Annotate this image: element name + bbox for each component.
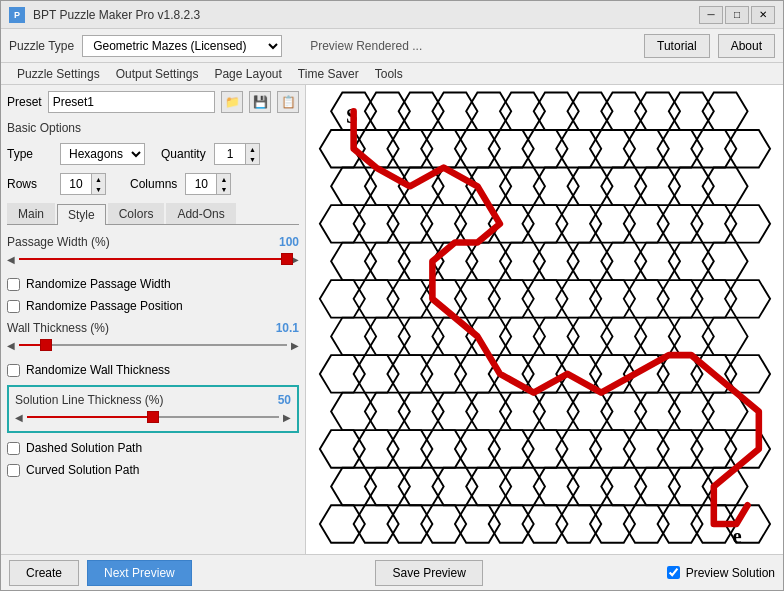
window-controls: ─ □ ✕ xyxy=(699,6,775,24)
puzzle-type-label: Puzzle Type xyxy=(9,39,74,53)
passage-width-track: ◀ ▶ xyxy=(7,251,299,267)
passage-width-section: Passage Width (%) 100 ◀ ▶ xyxy=(7,235,299,267)
solution-line-label: Solution Line Thickness (%) xyxy=(15,393,164,407)
solution-line-thumb[interactable] xyxy=(147,411,159,423)
curved-solution-label: Curved Solution Path xyxy=(26,463,139,477)
curved-solution-row: Curved Solution Path xyxy=(7,463,299,477)
main-content: Preset 📁 💾 📋 Basic Options Type Hexagons… xyxy=(1,85,783,554)
basic-options-label: Basic Options xyxy=(7,121,299,135)
quantity-spinbox: ▲ ▼ xyxy=(214,143,260,165)
rows-spinbox: ▲ ▼ xyxy=(60,173,106,195)
solution-line-section: Solution Line Thickness (%) 50 ◀ ▶ xyxy=(7,385,299,433)
save-preview-button[interactable]: Save Preview xyxy=(375,560,482,586)
wall-thickness-slider[interactable] xyxy=(19,337,287,353)
close-button[interactable]: ✕ xyxy=(751,6,775,24)
menu-puzzle-settings[interactable]: Puzzle Settings xyxy=(9,65,108,83)
solution-line-value: 50 xyxy=(278,393,291,407)
wall-thickness-thumb[interactable] xyxy=(40,339,52,351)
main-window: P BPT Puzzle Maker Pro v1.8.2.3 ─ □ ✕ Pu… xyxy=(0,0,784,591)
rows-up-button[interactable]: ▲ xyxy=(91,174,105,184)
tabs-row: Main Style Colors Add-Ons xyxy=(7,203,299,225)
window-title: BPT Puzzle Maker Pro v1.8.2.3 xyxy=(33,8,691,22)
toolbar: Puzzle Type Geometric Mazes (Licensed) P… xyxy=(1,29,783,63)
title-bar: P BPT Puzzle Maker Pro v1.8.2.3 ─ □ ✕ xyxy=(1,1,783,29)
solution-line-left-arrow[interactable]: ◀ xyxy=(15,412,23,423)
passage-width-left-arrow[interactable]: ◀ xyxy=(7,254,15,265)
passage-width-fill xyxy=(19,258,287,260)
passage-width-label: Passage Width (%) xyxy=(7,235,110,249)
passage-width-slider[interactable] xyxy=(19,251,287,267)
wall-thickness-right-arrow[interactable]: ▶ xyxy=(291,340,299,351)
dashed-solution-checkbox[interactable] xyxy=(7,442,20,455)
solution-line-slider[interactable] xyxy=(27,409,279,425)
preview-solution-row: Preview Solution xyxy=(667,566,775,580)
preset-label: Preset xyxy=(7,95,42,109)
columns-up-button[interactable]: ▲ xyxy=(216,174,230,184)
preview-solution-checkbox[interactable] xyxy=(667,566,680,579)
quantity-up-button[interactable]: ▲ xyxy=(245,144,259,154)
randomize-wall-thickness-label: Randomize Wall Thickness xyxy=(26,363,170,377)
menu-time-saver[interactable]: Time Saver xyxy=(290,65,367,83)
passage-width-value: 100 xyxy=(279,235,299,249)
menu-bar: Puzzle Settings Output Settings Page Lay… xyxy=(1,63,783,85)
columns-input[interactable] xyxy=(186,174,216,194)
randomize-passage-width-label: Randomize Passage Width xyxy=(26,277,171,291)
rows-label: Rows xyxy=(7,177,52,191)
randomize-wall-thickness-checkbox[interactable] xyxy=(7,364,20,377)
randomize-wall-thickness-row: Randomize Wall Thickness xyxy=(7,363,299,377)
end-label: e xyxy=(733,525,742,547)
menu-page-layout[interactable]: Page Layout xyxy=(206,65,289,83)
wall-thickness-section: Wall Thickness (%) 10.1 ◀ ▶ xyxy=(7,321,299,353)
create-button[interactable]: Create xyxy=(9,560,79,586)
about-button[interactable]: About xyxy=(718,34,775,58)
puzzle-type-select[interactable]: Geometric Mazes (Licensed) xyxy=(82,35,282,57)
wall-thickness-left-arrow[interactable]: ◀ xyxy=(7,340,15,351)
menu-tools[interactable]: Tools xyxy=(367,65,411,83)
randomize-passage-position-checkbox[interactable] xyxy=(7,300,20,313)
minimize-button[interactable]: ─ xyxy=(699,6,723,24)
randomize-passage-position-label: Randomize Passage Position xyxy=(26,299,183,313)
maze-preview-panel: S e xyxy=(306,85,783,554)
columns-label: Columns xyxy=(130,177,177,191)
preset-input[interactable] xyxy=(48,91,215,113)
tab-style[interactable]: Style xyxy=(57,204,106,225)
solution-line-fill xyxy=(27,416,153,418)
columns-down-button[interactable]: ▼ xyxy=(216,184,230,194)
preset-row: Preset 📁 💾 📋 xyxy=(7,91,299,113)
columns-spinbox: ▲ ▼ xyxy=(185,173,231,195)
wall-thickness-value: 10.1 xyxy=(276,321,299,335)
rows-down-button[interactable]: ▼ xyxy=(91,184,105,194)
quantity-label: Quantity xyxy=(161,147,206,161)
randomize-passage-position-row: Randomize Passage Position xyxy=(7,299,299,313)
preset-folder-button[interactable]: 📁 xyxy=(221,91,243,113)
tab-colors[interactable]: Colors xyxy=(108,203,165,224)
preview-status-label: Preview Rendered ... xyxy=(310,39,636,53)
bottom-bar: Create Next Preview Save Preview Preview… xyxy=(1,554,783,590)
maze-canvas: S e xyxy=(306,85,783,554)
quantity-down-button[interactable]: ▼ xyxy=(245,154,259,164)
quantity-input[interactable] xyxy=(215,144,245,164)
menu-output-settings[interactable]: Output Settings xyxy=(108,65,207,83)
solution-line-track: ◀ ▶ xyxy=(15,409,291,425)
tab-main[interactable]: Main xyxy=(7,203,55,224)
preset-save-button[interactable]: 💾 xyxy=(249,91,271,113)
left-panel: Preset 📁 💾 📋 Basic Options Type Hexagons… xyxy=(1,85,306,554)
passage-width-thumb[interactable] xyxy=(281,253,293,265)
rows-input[interactable] xyxy=(61,174,91,194)
tutorial-button[interactable]: Tutorial xyxy=(644,34,710,58)
type-label: Type xyxy=(7,147,52,161)
preview-solution-label: Preview Solution xyxy=(686,566,775,580)
type-row: Type Hexagons Quantity ▲ ▼ xyxy=(7,143,299,165)
type-select[interactable]: Hexagons xyxy=(60,143,145,165)
preset-saveas-button[interactable]: 📋 xyxy=(277,91,299,113)
maximize-button[interactable]: □ xyxy=(725,6,749,24)
solution-line-right-arrow[interactable]: ▶ xyxy=(283,412,291,423)
next-preview-button[interactable]: Next Preview xyxy=(87,560,192,586)
curved-solution-checkbox[interactable] xyxy=(7,464,20,477)
app-icon: P xyxy=(9,7,25,23)
rows-row: Rows ▲ ▼ Columns ▲ ▼ xyxy=(7,173,299,195)
tab-addons[interactable]: Add-Ons xyxy=(166,203,235,224)
randomize-passage-width-checkbox[interactable] xyxy=(7,278,20,291)
wall-thickness-track: ◀ ▶ xyxy=(7,337,299,353)
randomize-passage-width-row: Randomize Passage Width xyxy=(7,277,299,291)
